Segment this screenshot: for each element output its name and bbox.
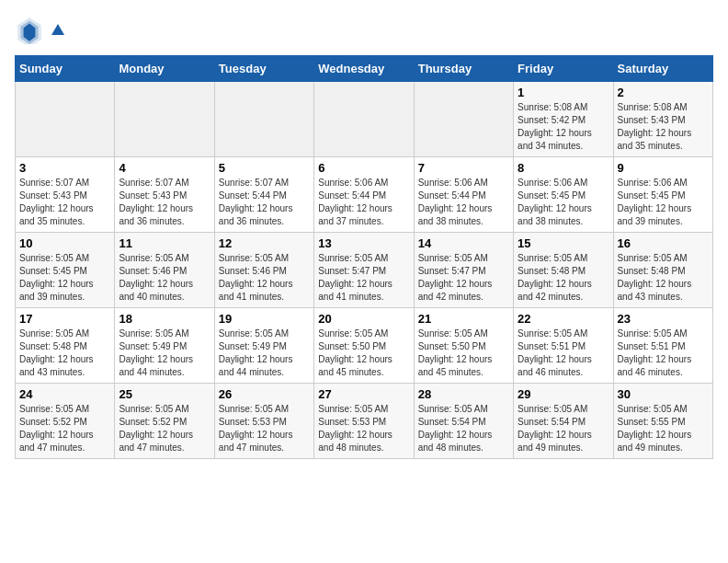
weekday-header-friday: Friday (514, 56, 613, 82)
day-info: Sunrise: 5:07 AM Sunset: 5:43 PM Dayligh… (19, 177, 110, 228)
calendar-cell: 16Sunrise: 5:05 AM Sunset: 5:48 PM Dayli… (613, 233, 712, 308)
day-info: Sunrise: 5:05 AM Sunset: 5:50 PM Dayligh… (418, 327, 509, 379)
calendar-cell: 4Sunrise: 5:07 AM Sunset: 5:43 PM Daylig… (115, 157, 214, 233)
day-info: Sunrise: 5:05 AM Sunset: 5:51 PM Dayligh… (618, 327, 709, 379)
calendar-body: 1Sunrise: 5:08 AM Sunset: 5:42 PM Daylig… (16, 82, 713, 459)
day-number: 20 (318, 312, 409, 326)
calendar-cell: 26Sunrise: 5:05 AM Sunset: 5:53 PM Dayli… (214, 384, 313, 459)
calendar-cell: 14Sunrise: 5:05 AM Sunset: 5:47 PM Dayli… (414, 233, 513, 308)
calendar-cell: 17Sunrise: 5:05 AM Sunset: 5:48 PM Dayli… (16, 308, 115, 384)
weekday-header-wednesday: Wednesday (314, 56, 414, 82)
calendar-table: SundayMondayTuesdayWednesdayThursdayFrid… (15, 55, 713, 459)
weekday-header-row: SundayMondayTuesdayWednesdayThursdayFrid… (16, 56, 713, 82)
weekday-header-saturday: Saturday (613, 56, 712, 82)
logo-triangle-icon (50, 22, 66, 39)
calendar-cell: 18Sunrise: 5:05 AM Sunset: 5:49 PM Dayli… (115, 308, 214, 384)
day-number: 17 (19, 312, 110, 326)
day-number: 2 (618, 86, 709, 99)
calendar-cell: 10Sunrise: 5:05 AM Sunset: 5:45 PM Dayli… (16, 233, 115, 308)
calendar-cell: 15Sunrise: 5:05 AM Sunset: 5:48 PM Dayli… (514, 233, 613, 308)
day-info: Sunrise: 5:08 AM Sunset: 5:42 PM Dayligh… (518, 101, 609, 153)
day-number: 4 (119, 161, 210, 175)
calendar-header: SundayMondayTuesdayWednesdayThursdayFrid… (16, 56, 713, 82)
day-number: 18 (119, 312, 210, 326)
day-number: 13 (318, 236, 409, 250)
day-info: Sunrise: 5:05 AM Sunset: 5:55 PM Dayligh… (618, 403, 709, 454)
calendar-cell (16, 82, 115, 157)
calendar-cell: 21Sunrise: 5:05 AM Sunset: 5:50 PM Dayli… (414, 308, 513, 384)
calendar-cell: 25Sunrise: 5:05 AM Sunset: 5:52 PM Dayli… (115, 384, 214, 459)
calendar-cell: 27Sunrise: 5:05 AM Sunset: 5:53 PM Dayli… (314, 384, 414, 459)
calendar-week-row: 10Sunrise: 5:05 AM Sunset: 5:45 PM Dayli… (16, 233, 713, 308)
calendar-cell: 23Sunrise: 5:05 AM Sunset: 5:51 PM Dayli… (613, 308, 712, 384)
day-number: 5 (219, 161, 310, 175)
day-info: Sunrise: 5:05 AM Sunset: 5:51 PM Dayligh… (518, 327, 609, 379)
calendar-cell (115, 82, 214, 157)
calendar-cell: 28Sunrise: 5:05 AM Sunset: 5:54 PM Dayli… (414, 384, 513, 459)
day-info: Sunrise: 5:05 AM Sunset: 5:54 PM Dayligh… (518, 403, 609, 454)
calendar-cell: 30Sunrise: 5:05 AM Sunset: 5:55 PM Dayli… (613, 384, 712, 459)
day-number: 11 (119, 236, 210, 250)
day-info: Sunrise: 5:05 AM Sunset: 5:48 PM Dayligh… (19, 327, 110, 379)
day-info: Sunrise: 5:05 AM Sunset: 5:45 PM Dayligh… (19, 252, 110, 304)
calendar-week-row: 17Sunrise: 5:05 AM Sunset: 5:48 PM Dayli… (16, 308, 713, 384)
calendar-cell: 7Sunrise: 5:06 AM Sunset: 5:44 PM Daylig… (414, 157, 513, 233)
day-info: Sunrise: 5:08 AM Sunset: 5:43 PM Dayligh… (618, 101, 709, 153)
day-number: 21 (418, 312, 509, 326)
calendar-week-row: 1Sunrise: 5:08 AM Sunset: 5:42 PM Daylig… (16, 82, 713, 157)
day-info: Sunrise: 5:05 AM Sunset: 5:48 PM Dayligh… (518, 252, 609, 304)
day-info: Sunrise: 5:05 AM Sunset: 5:49 PM Dayligh… (219, 327, 310, 379)
calendar-cell: 22Sunrise: 5:05 AM Sunset: 5:51 PM Dayli… (514, 308, 613, 384)
day-info: Sunrise: 5:05 AM Sunset: 5:54 PM Dayligh… (418, 403, 509, 454)
weekday-header-sunday: Sunday (16, 56, 115, 82)
day-number: 8 (518, 161, 609, 175)
day-info: Sunrise: 5:05 AM Sunset: 5:52 PM Dayligh… (119, 403, 210, 454)
day-info: Sunrise: 5:05 AM Sunset: 5:47 PM Dayligh… (418, 252, 509, 304)
day-info: Sunrise: 5:05 AM Sunset: 5:48 PM Dayligh… (618, 252, 709, 304)
day-number: 29 (518, 387, 609, 401)
day-number: 30 (618, 387, 709, 401)
calendar-cell (214, 82, 313, 157)
day-number: 9 (618, 161, 709, 175)
day-number: 22 (518, 312, 609, 326)
calendar-cell: 1Sunrise: 5:08 AM Sunset: 5:42 PM Daylig… (514, 82, 613, 157)
calendar-cell (414, 82, 513, 157)
day-number: 14 (418, 236, 509, 250)
calendar-week-row: 3Sunrise: 5:07 AM Sunset: 5:43 PM Daylig… (16, 157, 713, 233)
calendar-cell: 20Sunrise: 5:05 AM Sunset: 5:50 PM Dayli… (314, 308, 414, 384)
day-info: Sunrise: 5:05 AM Sunset: 5:50 PM Dayligh… (318, 327, 409, 379)
day-number: 24 (19, 387, 110, 401)
calendar-cell: 12Sunrise: 5:05 AM Sunset: 5:46 PM Dayli… (214, 233, 313, 308)
day-info: Sunrise: 5:05 AM Sunset: 5:46 PM Dayligh… (219, 252, 310, 304)
day-info: Sunrise: 5:06 AM Sunset: 5:45 PM Dayligh… (618, 177, 709, 228)
calendar-cell: 6Sunrise: 5:06 AM Sunset: 5:44 PM Daylig… (314, 157, 414, 233)
calendar-cell (314, 82, 414, 157)
day-info: Sunrise: 5:07 AM Sunset: 5:43 PM Dayligh… (119, 177, 210, 228)
day-info: Sunrise: 5:06 AM Sunset: 5:44 PM Dayligh… (318, 177, 409, 228)
weekday-header-monday: Monday (115, 56, 214, 82)
day-info: Sunrise: 5:07 AM Sunset: 5:44 PM Dayligh… (219, 177, 310, 228)
day-info: Sunrise: 5:05 AM Sunset: 5:49 PM Dayligh… (119, 327, 210, 379)
day-number: 6 (318, 161, 409, 175)
day-number: 15 (518, 236, 609, 250)
calendar-cell: 19Sunrise: 5:05 AM Sunset: 5:49 PM Dayli… (214, 308, 313, 384)
day-number: 27 (318, 387, 409, 401)
day-number: 7 (418, 161, 509, 175)
day-number: 23 (618, 312, 709, 326)
logo-icon (15, 15, 44, 44)
calendar-cell: 24Sunrise: 5:05 AM Sunset: 5:52 PM Dayli… (16, 384, 115, 459)
day-info: Sunrise: 5:06 AM Sunset: 5:44 PM Dayligh… (418, 177, 509, 228)
calendar-cell: 3Sunrise: 5:07 AM Sunset: 5:43 PM Daylig… (16, 157, 115, 233)
day-number: 26 (219, 387, 310, 401)
day-number: 25 (119, 387, 210, 401)
calendar-week-row: 24Sunrise: 5:05 AM Sunset: 5:52 PM Dayli… (16, 384, 713, 459)
calendar-cell: 13Sunrise: 5:05 AM Sunset: 5:47 PM Dayli… (314, 233, 414, 308)
weekday-header-thursday: Thursday (414, 56, 513, 82)
day-info: Sunrise: 5:06 AM Sunset: 5:45 PM Dayligh… (518, 177, 609, 228)
svg-marker-3 (51, 24, 64, 35)
day-number: 28 (418, 387, 509, 401)
day-info: Sunrise: 5:05 AM Sunset: 5:53 PM Dayligh… (219, 403, 310, 454)
day-info: Sunrise: 5:05 AM Sunset: 5:53 PM Dayligh… (318, 403, 409, 454)
calendar-cell: 8Sunrise: 5:06 AM Sunset: 5:45 PM Daylig… (514, 157, 613, 233)
weekday-header-tuesday: Tuesday (214, 56, 313, 82)
